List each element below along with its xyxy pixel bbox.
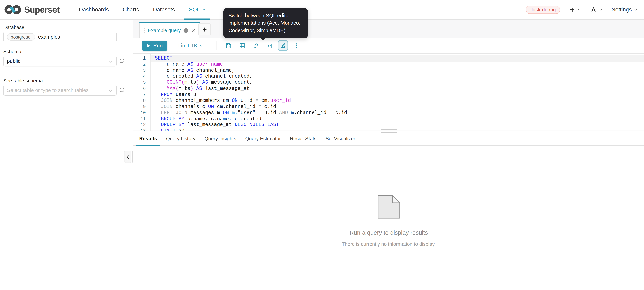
run-label: Run xyxy=(153,43,163,48)
sun-icon xyxy=(590,6,597,13)
line-number: 5 xyxy=(134,80,150,86)
app-header: Superset DashboardsChartsDatasetsSQL fla… xyxy=(0,0,644,20)
brand-name: Superset xyxy=(24,5,60,14)
tab-label: Example query xyxy=(148,27,181,33)
results-tab-query-history[interactable]: Query history xyxy=(163,132,199,145)
south-pane-tabs: ResultsQuery historyQuery InsightsQuery … xyxy=(134,132,644,146)
line-number: 1 xyxy=(134,55,150,61)
table-button[interactable] xyxy=(237,40,248,51)
nav-item-sql[interactable]: SQL xyxy=(182,0,213,19)
line-number-gutter: 12345678910111213 xyxy=(134,54,151,130)
chevron-down-icon xyxy=(578,8,581,11)
chevron-down-icon xyxy=(108,89,112,93)
line-number: 2 xyxy=(134,61,150,67)
editor-switch-tooltip: Switch between SQL editor implementation… xyxy=(224,8,308,38)
database-type-badge: postgresql xyxy=(7,33,35,41)
save-icon xyxy=(226,42,232,49)
chevron-down-icon xyxy=(599,8,603,11)
save-button[interactable] xyxy=(223,40,234,51)
code-line: SELECT xyxy=(151,55,644,61)
empty-results-state: Run a query to display results There is … xyxy=(134,195,644,247)
drag-handle-icon[interactable] xyxy=(144,28,145,33)
document-icon xyxy=(377,195,400,219)
line-number: 9 xyxy=(134,104,150,110)
header-right: flask-debug Settings xyxy=(526,5,638,14)
code-line: JOIN channel_members cm ON u.id = cm.use… xyxy=(151,98,644,104)
toolbar-icons xyxy=(220,40,302,51)
results-tab-result-stats[interactable]: Result Stats xyxy=(286,132,320,145)
nav-item-dashboards[interactable]: Dashboards xyxy=(72,0,116,19)
line-number: 12 xyxy=(134,122,150,128)
more-icon xyxy=(293,42,300,49)
theme-toggle-button[interactable] xyxy=(590,6,603,13)
superset-sql-lab: Superset DashboardsChartsDatasetsSQL fla… xyxy=(0,0,644,290)
settings-menu[interactable]: Settings xyxy=(612,6,638,13)
code-line: c.name AS channel_name, xyxy=(151,67,644,73)
table-icon xyxy=(239,42,246,49)
results-panel: Run a query to display results There is … xyxy=(134,146,644,290)
editor-resize-handle[interactable] xyxy=(134,130,644,131)
chevron-down-icon xyxy=(202,8,206,11)
tooltip-arrow xyxy=(260,38,266,41)
tab-example-query[interactable]: Example query xyxy=(139,22,200,38)
refresh-tables-button[interactable] xyxy=(119,87,125,94)
limit-label: Limit xyxy=(178,43,189,48)
column-width-button[interactable] xyxy=(264,40,274,51)
close-tab-icon[interactable] xyxy=(191,28,196,33)
plus-icon xyxy=(570,6,576,13)
code-line: MAX(m.ts) AS last_message_at xyxy=(151,86,644,92)
database-value: examples xyxy=(38,34,60,40)
chevron-down-icon xyxy=(108,59,112,63)
results-tab-query-insights[interactable]: Query Insights xyxy=(201,132,240,145)
code-line: LIMIT 20 xyxy=(151,128,644,130)
plus-icon xyxy=(202,26,208,32)
environment-badge: flask-debug xyxy=(526,5,560,14)
line-number: 10 xyxy=(134,110,150,116)
schema-select[interactable]: public xyxy=(3,56,116,66)
run-query-button[interactable]: Run xyxy=(142,40,167,51)
tooltip-text: Switch between SQL editor implementation… xyxy=(228,13,300,33)
schema-label: Schema xyxy=(3,49,21,55)
more-options-button[interactable] xyxy=(291,40,302,51)
results-tab-results[interactable]: Results xyxy=(136,132,160,145)
refresh-icon xyxy=(119,87,125,93)
code-line: ORDER BY last_message_at DESC NULLS LAST xyxy=(151,122,644,128)
results-tab-query-estimator[interactable]: Query Estimator xyxy=(242,132,284,145)
edit-button[interactable] xyxy=(278,40,288,51)
limit-value: 1K xyxy=(191,43,197,48)
link-button[interactable] xyxy=(250,40,261,51)
sidebar-divider-line xyxy=(3,73,129,73)
superset-logo[interactable]: Superset xyxy=(4,4,60,15)
line-number: 13 xyxy=(134,128,150,130)
line-number: 4 xyxy=(134,73,150,80)
new-tab-button[interactable] xyxy=(198,23,210,35)
results-tab-sql-visualizer[interactable]: Sql Visualizer xyxy=(322,132,358,145)
sql-editor-pane: Example query Run Limit 1K 1234567891011 xyxy=(134,20,644,290)
collapse-sidebar-button[interactable] xyxy=(124,151,132,163)
nav-item-charts[interactable]: Charts xyxy=(116,0,146,19)
sql-code: SELECT u.name AS user_name, c.name AS ch… xyxy=(151,54,644,130)
database-select[interactable]: postgresql examples xyxy=(3,31,116,42)
line-number: 3 xyxy=(134,67,150,73)
superset-logo-icon xyxy=(4,4,21,15)
table-select-placeholder: Select table or type to search tables xyxy=(7,87,88,93)
editor-toolbar: Run Limit 1K xyxy=(134,38,644,53)
empty-results-subtitle: There is currently no information to dis… xyxy=(134,241,644,247)
table-schema-label: See table schema xyxy=(3,78,43,84)
code-line: c.created AS channel_created, xyxy=(151,73,644,80)
sql-code-editor[interactable]: 12345678910111213 SELECT u.name AS user_… xyxy=(134,53,644,130)
column-width-icon xyxy=(266,42,272,49)
query-status-dot xyxy=(184,28,188,33)
link-icon xyxy=(253,42,259,49)
nav-item-datasets[interactable]: Datasets xyxy=(146,0,182,19)
chevron-left-icon xyxy=(126,154,129,159)
limit-dropdown[interactable]: Limit 1K xyxy=(178,43,204,48)
new-item-button[interactable] xyxy=(570,6,582,13)
toolbar-separator xyxy=(216,41,216,50)
code-line: u.name AS user_name, xyxy=(151,61,644,67)
table-select[interactable]: Select table or type to search tables xyxy=(3,85,116,96)
code-line: GROUP BY u.name, c.name, c.created xyxy=(151,116,644,122)
refresh-schemas-button[interactable] xyxy=(119,58,125,64)
database-label: Database xyxy=(3,25,24,30)
code-line: JOIN channels c ON cm.channel_id = c.id xyxy=(151,104,644,110)
